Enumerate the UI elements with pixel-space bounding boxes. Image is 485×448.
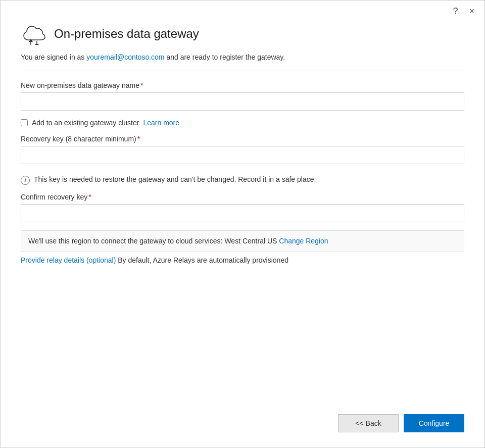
- signed-in-prefix: You are signed in as: [21, 53, 86, 61]
- dialog-container: ? × On-premises data gateway You are sig…: [0, 0, 485, 448]
- signed-in-text: You are signed in as youremail@contoso.c…: [21, 52, 464, 63]
- region-notice: We'll use this region to connect the gat…: [21, 230, 464, 252]
- existing-cluster-checkbox[interactable]: [21, 119, 28, 126]
- existing-cluster-label: Add to an existing gateway cluster: [32, 119, 139, 127]
- dialog-footer: << Back Configure: [1, 404, 484, 447]
- confirm-key-group: Confirm recovery key*: [21, 193, 464, 222]
- region-notice-text: We'll use this region to connect the gat…: [28, 237, 277, 245]
- dialog-title: On-premises data gateway: [54, 27, 199, 41]
- user-email: youremail@contoso.com: [86, 53, 164, 61]
- signed-in-suffix: and are ready to register the gateway.: [165, 53, 285, 61]
- info-row: i This key is needed to restore the gate…: [21, 175, 464, 185]
- close-button[interactable]: ×: [466, 5, 477, 18]
- change-region-link[interactable]: Change Region: [279, 237, 328, 245]
- relay-row: Provide relay details (optional) By defa…: [21, 256, 464, 264]
- recovery-key-input[interactable]: [21, 146, 464, 164]
- gateway-name-group: New on-premises data gateway name*: [21, 81, 464, 111]
- confirm-key-required: *: [88, 193, 91, 201]
- help-button[interactable]: ?: [450, 5, 461, 18]
- gateway-name-label: New on-premises data gateway name*: [21, 81, 464, 89]
- recovery-key-required: *: [137, 135, 140, 143]
- svg-marker-1: [29, 39, 33, 42]
- relay-details-link[interactable]: Provide relay details (optional): [21, 256, 116, 264]
- relay-suffix-text: By default, Azure Relays are automatical…: [116, 256, 288, 264]
- back-button[interactable]: << Back: [338, 414, 399, 432]
- header-divider: [21, 71, 464, 71]
- gateway-name-required: *: [140, 81, 143, 89]
- gateway-name-input[interactable]: [21, 92, 464, 111]
- info-icon: i: [21, 176, 30, 185]
- cloud-gateway-icon: [21, 23, 47, 45]
- dialog-content: On-premises data gateway You are signed …: [1, 18, 484, 404]
- recovery-key-group: Recovery key (8 character minimum)*: [21, 135, 464, 164]
- dialog-header: On-premises data gateway: [21, 23, 464, 45]
- recovery-key-label: Recovery key (8 character minimum)*: [21, 135, 464, 143]
- configure-button[interactable]: Configure: [404, 414, 464, 432]
- learn-more-link[interactable]: Learn more: [143, 119, 179, 127]
- dialog-top-bar: ? ×: [1, 1, 484, 18]
- confirm-key-input[interactable]: [21, 204, 464, 222]
- svg-marker-3: [35, 44, 39, 45]
- confirm-key-label: Confirm recovery key*: [21, 193, 464, 201]
- existing-cluster-row: Add to an existing gateway cluster Learn…: [21, 119, 464, 127]
- info-text: This key is needed to restore the gatewa…: [34, 175, 316, 183]
